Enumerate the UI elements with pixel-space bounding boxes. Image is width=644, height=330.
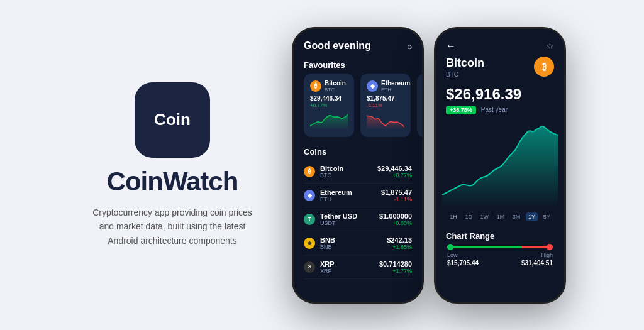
btc-mini-chart [310,112,348,129]
eth-list-icon: ◆ [304,190,315,201]
app-icon: Coin [135,82,210,158]
usdt-list-symbol: USDT [320,220,357,226]
coin-row-usdt[interactable]: T Tether USD USDT $1.000000 +0.00% [304,208,412,231]
bnb-list-icon: ◈ [304,238,315,249]
range-low-label: Low [447,252,479,258]
time-btn-5y[interactable]: 5Y [541,212,553,221]
usdt-list-price: $1.000000 [379,212,412,220]
eth-list-symbol: ETH [320,196,352,202]
xrp-list-price: $0.714280 [379,260,412,268]
main-container: Coin CoinWatch Cryptocurrency app provid… [0,0,644,330]
btc-change-badge: +38.78% [446,106,476,114]
range-slider-track[interactable] [447,246,553,248]
eth-list-change: -1.11% [381,196,412,202]
xrp-list-change: +1.77% [379,268,412,274]
bnb-list-symbol: BNB [320,244,335,250]
past-year-label: Past year [481,106,508,113]
btc-detail-header: Bitcoin BTC ₿ [436,57,564,83]
btc-chart-svg [442,119,558,207]
phone-2-header: ← ☆ [436,29,564,57]
eth-list-name: Ethereum [320,189,352,196]
time-btn-1h[interactable]: 1H [447,212,460,221]
btc-list-icon: ₿ [304,166,315,177]
chart-range-section: Chart Range Low $15,795.44 [436,226,564,272]
time-btn-3m[interactable]: 3M [510,212,523,221]
time-btn-1w[interactable]: 1W [478,212,492,221]
btc-fav-symbol: BTC [325,87,346,92]
time-range-selector: 1H 1D 1W 1M 3M 1Y 5Y [436,207,564,226]
btc-detail-logo: ₿ [534,57,554,77]
range-high-value: $31,404.51 [521,260,553,267]
fav-card-partial[interactable]: ∞ $0.5 +1.77% [417,74,422,137]
fav-card-eth[interactable]: ◆ Ethereum ETH $1,875.47 -1.11% [360,74,411,137]
phone-2: ← ☆ Bitcoin BTC ₿ $26,916.39 +38.78% [434,27,566,304]
eth-list-price: $1,875.47 [381,189,412,196]
app-description: Cryptocurrency app providing coin prices… [91,206,254,248]
coins-list: ₿ Bitcoin BTC $29,446.34 +0.77% [294,160,422,279]
btc-list-price: $29,446.34 [377,165,412,172]
btc-detail-symbol: BTC [446,71,484,78]
xrp-list-icon: ✕ [304,261,315,273]
star-button[interactable]: ☆ [546,41,554,51]
btc-list-symbol: BTC [320,172,343,179]
coin-row-xrp[interactable]: ✕ XRP XRP $0.714280 +1.77% [304,256,412,279]
usdt-list-change: +0.00% [379,220,412,226]
btc-fav-price: $29,446.34 [310,95,348,102]
btc-fav-icon: ₿ [310,80,321,92]
app-icon-label: Coin [154,110,191,129]
app-name: CoinWatch [107,167,238,197]
favourites-label: Favourites [294,57,422,74]
eth-fav-change: -1.11% [367,102,404,108]
eth-fav-price: $1,875.47 [367,95,404,102]
phone-1-header: Good evening ⌕ [294,29,422,57]
time-btn-1d[interactable]: 1D [462,212,475,221]
coin-row-bnb[interactable]: ◈ BNB BNB $242.13 +1.85% [304,232,412,255]
phone-1: Good evening ⌕ Favourites ₿ Bitcoin BTC [292,27,424,304]
btc-detail-name: Bitcoin [446,57,484,70]
back-button[interactable]: ← [446,40,456,52]
btc-fav-change: +0.77% [310,102,348,108]
usdt-list-name: Tether USD [320,212,357,220]
favourites-scroll: ₿ Bitcoin BTC $29,446.34 +0.77% [294,74,422,143]
eth-fav-symbol: ETH [381,87,410,92]
eth-fav-icon: ◆ [367,80,378,92]
btc-list-name: Bitcoin [320,165,343,172]
phone-wrapper: Good evening ⌕ Favourites ₿ Bitcoin BTC [292,27,566,304]
eth-fav-name: Ethereum [381,80,410,87]
time-btn-1m[interactable]: 1M [494,212,508,221]
range-labels: Low $15,795.44 High $31,404.51 [447,252,553,267]
phone-1-screen: Good evening ⌕ Favourites ₿ Bitcoin BTC [294,29,422,302]
bnb-list-change: +1.85% [387,244,412,250]
range-high-label: High [521,252,553,258]
greeting-text: Good evening [304,40,371,52]
fav-card-btc[interactable]: ₿ Bitcoin BTC $29,446.34 +0.77% [304,74,354,137]
search-icon[interactable]: ⌕ [407,41,412,51]
chart-range-title: Chart Range [446,231,554,241]
btc-change-row: +38.78% Past year [446,106,554,114]
coins-label: Coins [294,143,422,160]
bnb-list-name: BNB [320,236,335,244]
btc-detail-price: $26,916.39 [446,85,554,103]
btc-price-section: $26,916.39 +38.78% Past year [436,83,564,119]
xrp-list-symbol: XRP [320,268,335,274]
range-low-value: $15,795.44 [447,260,479,267]
xrp-list-name: XRP [320,260,335,268]
btc-list-change: +0.77% [377,172,412,179]
main-chart [442,119,558,207]
usdt-list-icon: T [304,214,315,225]
phone-2-screen: ← ☆ Bitcoin BTC ₿ $26,916.39 +38.78% [436,29,564,302]
eth-mini-chart [367,112,404,129]
coin-row-btc[interactable]: ₿ Bitcoin BTC $29,446.34 +0.77% [304,160,412,184]
time-btn-1y[interactable]: 1Y [526,212,538,221]
left-section: Coin CoinWatch Cryptocurrency app provid… [78,82,267,248]
coin-row-eth[interactable]: ◆ Ethereum ETH $1,875.47 -1.11% [304,184,412,207]
btc-fav-name: Bitcoin [325,80,346,87]
bnb-list-price: $242.13 [387,236,412,244]
